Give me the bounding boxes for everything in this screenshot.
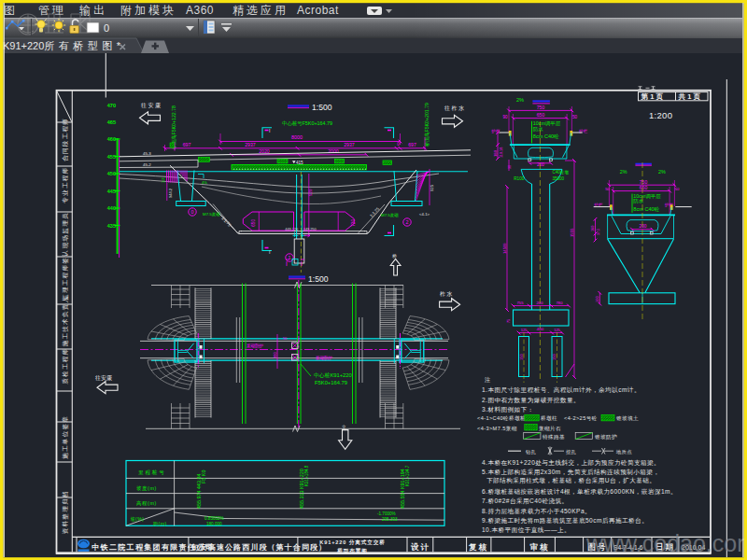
svg-text:50: 50 [283,337,287,341]
svg-text:施工技术负责人: 施工技术负责人 [62,296,69,347]
svg-text:<4-1>C40砼桥墩桩: <4-1>C40砼桥墩桩 [477,415,526,422]
svg-text:0.85002%: 0.85002% [204,516,224,521]
svg-text:925: 925 [430,184,434,191]
svg-text:锥坡防护: 锥坡防护 [594,434,617,441]
svg-text:-1.7000%: -1.7000% [377,511,396,516]
svg-text:650: 650 [537,112,545,118]
svg-text:注: 注 [485,376,490,383]
svg-text:1.本图尺寸除里程桩号、高程以m计外，余均以cm计。: 1.本图尺寸除里程桩号、高程以m计外，余均以cm计。 [482,386,641,394]
svg-text:4.本桥在K91+220处与主线斜交，上部为预应力砼简支箱梁: 4.本桥在K91+220处与主线斜交，上部为预应力砼简支箱梁。 [482,459,660,467]
svg-text:地质点: 地质点 [615,449,632,455]
svg-text:10.本桥平面位于直线——上。: 10.本桥平面位于直线——上。 [482,526,571,534]
svg-text:共1页: 共1页 [678,92,703,101]
svg-text:470: 470 [107,103,116,108]
svg-text:钻孔: 钻孔 [525,449,537,455]
svg-text:立: 立 [342,425,346,429]
svg-text:2%: 2% [620,169,627,175]
svg-text:200: 200 [537,301,544,305]
svg-text:<4-1>: <4-1> [419,212,430,217]
svg-text:专业工程师: 专业工程师 [62,167,68,203]
svg-text:防水: 防水 [533,126,543,133]
svg-text:750: 750 [537,105,545,110]
svg-text:697: 697 [183,142,191,147]
svg-text:合同段工程师: 合同段工程师 [62,118,69,161]
svg-text:295.393: 295.393 [382,517,398,522]
svg-text:I: I [269,249,270,255]
svg-text:I: I [301,260,303,267]
svg-text:施工单位签章: 施工单位签章 [62,415,69,459]
svg-text:复核: 复核 [468,542,488,552]
svg-text:K91+220 分离式立交桥: K91+220 分离式立交桥 [319,539,386,546]
svg-text:往柞水: 往柞水 [444,105,466,111]
svg-text:<4-3>M7.5浆砌: <4-3>M7.5浆砌 [477,426,517,432]
svg-text:里程桩号: 里程桩号 [138,469,166,476]
svg-text:50: 50 [675,187,680,191]
svg-text:125: 125 [521,328,528,332]
svg-text:R100: R100 [514,176,524,181]
svg-text:50: 50 [605,187,610,191]
svg-text:资料整理归档: 资料整理归档 [62,490,69,534]
svg-text:14509: 14509 [502,243,507,254]
svg-text:坡(%): 坡(%) [131,516,145,522]
svg-text:9.桥梁施工时先将m路基填筑至基底50cm后再施工桥台。: 9.桥梁施工时先将m路基填筑至基底50cm后再施工桥台。 [482,517,648,525]
svg-text:2: 2 [406,219,409,225]
svg-text:特殊路基: 特殊路基 [543,434,565,441]
svg-text:6.桥墩桩基础按嵌岩桩设计4根，单桩承载力6000KN，嵌岩: 6.桥墩桩基础按嵌岩桩设计4根，单桩承载力6000KN，嵌岩深1m。 [482,488,677,496]
svg-text:5.本桥上部构造采用2x30m，先简支后结构连续预制小箱梁，: 5.本桥上部构造采用2x30m，先简支后结构连续预制小箱梁， [482,469,659,476]
svg-text:150: 150 [552,354,557,360]
svg-text:2.图中石方数量为爆破开挖数量。: 2.图中石方数量为爆破开挖数量。 [482,397,580,404]
svg-text:浆砌片石: 浆砌片石 [539,426,561,432]
svg-text:180.000: 180.000 [206,522,222,526]
svg-text:现场监理员: 现场监理员 [62,212,69,248]
svg-text:1555: 1555 [570,228,574,237]
svg-text:8cm C40砼: 8cm C40砼 [533,133,559,139]
svg-text:往安康: 往安康 [141,102,162,109]
svg-text:944.2: 944.2 [168,188,173,198]
svg-text:755: 755 [517,301,525,305]
svg-text:距(m): 距(m) [153,521,167,526]
svg-text:37.5: 37.5 [597,229,600,235]
svg-text:8.持力层地基承载力不小于450KPa。: 8.持力层地基承载力不小于450KPa。 [482,508,591,515]
svg-text:F5 K0: F5 K0 [201,470,206,483]
svg-text:F5K0+164.79: F5K0+164.79 [315,380,347,385]
svg-text:往安康: 往安康 [95,374,112,382]
svg-text:30: 30 [508,165,512,169]
svg-text:挖孔: 挖孔 [566,449,577,455]
svg-text:465: 465 [107,119,116,125]
svg-text:8cm C40砼: 8cm C40砼 [633,206,659,212]
svg-text:1:2: 1:2 [161,177,165,183]
svg-text:650: 650 [640,185,648,190]
svg-text:520: 520 [308,189,313,196]
svg-text:第1页: 第1页 [641,92,666,101]
svg-text:4%: 4% [202,180,207,185]
svg-text:I: I [286,260,288,267]
svg-text:桥型布置图: 桥型布置图 [336,547,367,554]
svg-text:K91+194.7: K91+194.7 [405,465,410,486]
svg-text:0: 0 [191,209,194,215]
svg-text:150: 150 [519,354,524,360]
svg-text:柞水: 柞水 [440,291,453,297]
svg-text:<4-2>25号砼: <4-2>25号砼 [564,415,598,421]
svg-text:中心桩K91+220: 中心桩K91+220 [314,372,352,378]
svg-text:3.材料图例如下：: 3.材料图例如下： [482,406,534,413]
svg-text:2%: 2% [516,97,524,103]
svg-text:160: 160 [591,226,595,231]
svg-text:I: I [269,128,270,133]
svg-text:50: 50 [572,115,578,119]
svg-text:200: 200 [537,162,544,167]
svg-text:1:500: 1:500 [312,103,332,112]
svg-text:www.codao.com: www.codao.com [585,530,747,556]
svg-text:415: 415 [296,161,303,165]
svg-text:K91+220所有桥型图*: K91+220所有桥型图* [3,40,121,51]
svg-text:2937: 2937 [344,142,355,147]
svg-text:8000: 8000 [291,134,303,140]
svg-text:浆砌防护: 浆砌防护 [247,343,263,349]
svg-text:400: 400 [537,327,544,331]
svg-text:0: 0 [397,142,400,147]
svg-text:桥: 桥 [391,253,397,259]
svg-text:桥面高F5K0+201.79: 桥面高F5K0+201.79 [424,103,430,147]
svg-text:旬安高速公路西川段（第十合同段）: 旬安高速公路西川段（第十合同段） [190,542,328,552]
svg-text:质检工程师: 质检工程师 [62,348,68,385]
svg-text:180: 180 [493,149,498,157]
svg-text:75: 75 [507,319,511,323]
